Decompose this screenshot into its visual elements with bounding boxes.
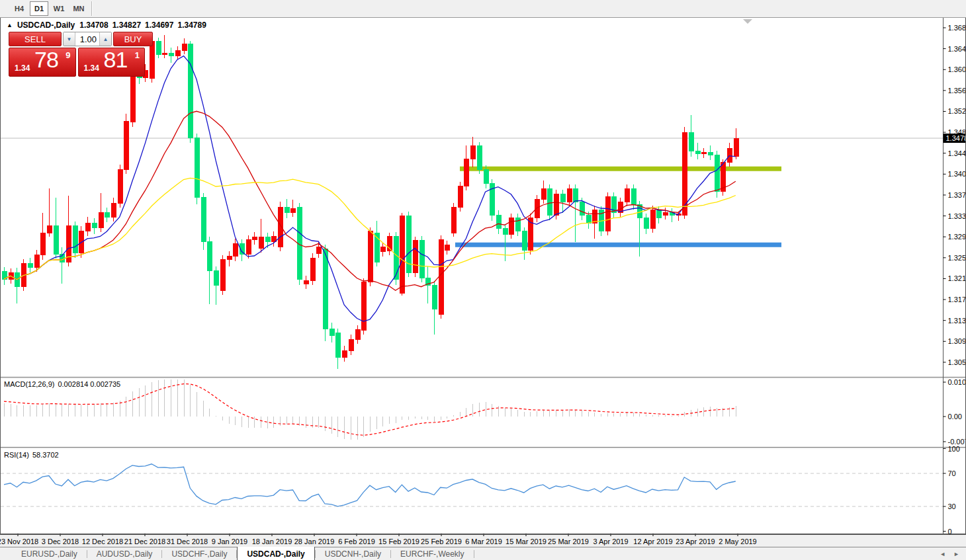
symbol-tab-bar: EURUSD-,DailyAUDUSD-,DailyUSDCHF-,DailyU… bbox=[0, 547, 966, 560]
svg-text:1.35270: 1.35270 bbox=[948, 107, 966, 115]
volume-input[interactable] bbox=[75, 32, 99, 46]
symbol-tab-usdcad-daily[interactable]: USDCAD-,Daily bbox=[237, 547, 314, 560]
svg-text:1.36460: 1.36460 bbox=[948, 45, 966, 53]
buy-price-panel[interactable]: 1.34 81 1 bbox=[78, 48, 146, 77]
svg-text:1.32520: 1.32520 bbox=[948, 254, 966, 262]
svg-text:1.33310: 1.33310 bbox=[948, 212, 966, 220]
svg-text:1.32120: 1.32120 bbox=[948, 274, 966, 282]
sell-price-panel[interactable]: 1.34 78 9 bbox=[9, 48, 76, 77]
svg-text:0.010229: 0.010229 bbox=[948, 378, 966, 386]
svg-text:25 Mar 2019: 25 Mar 2019 bbox=[548, 538, 589, 545]
svg-text:1.36060: 1.36060 bbox=[948, 65, 966, 73]
rsi-panel-label: RSI(14)58.3702 bbox=[4, 451, 59, 459]
ohlc-low: 1.34697 bbox=[145, 20, 173, 30]
svg-text:1.30550: 1.30550 bbox=[948, 358, 966, 366]
svg-text:1.34490: 1.34490 bbox=[948, 149, 966, 157]
svg-text:1.31340: 1.31340 bbox=[948, 317, 966, 325]
tab-scroll-right-icon[interactable]: ► bbox=[953, 551, 959, 557]
svg-text:28 Jan 2019: 28 Jan 2019 bbox=[294, 538, 335, 545]
svg-text:18 Jan 2019: 18 Jan 2019 bbox=[252, 538, 292, 545]
svg-text:6 Feb 2019: 6 Feb 2019 bbox=[338, 538, 375, 545]
sell-price-prefix: 1.34 bbox=[15, 63, 30, 73]
symbol-tab-eurusd-daily[interactable]: EURUSD-,Daily bbox=[12, 547, 87, 560]
timeframe-button-h4[interactable]: H4 bbox=[10, 1, 28, 16]
svg-text:3 Dec 2018: 3 Dec 2018 bbox=[42, 538, 79, 545]
volume-increase-icon[interactable]: ▲ bbox=[99, 32, 111, 46]
sell-price-big: 78 bbox=[34, 47, 58, 73]
time-axis[interactable]: 23 Nov 20183 Dec 201812 Dec 201821 Dec 2… bbox=[0, 534, 757, 545]
timeframe-button-w1[interactable]: W1 bbox=[50, 1, 68, 16]
svg-text:0.00: 0.00 bbox=[948, 413, 962, 420]
tab-scroll-controls: ◄ ► bbox=[940, 547, 966, 560]
svg-text:23 Nov 2018: 23 Nov 2018 bbox=[0, 538, 38, 545]
svg-text:2 May 2019: 2 May 2019 bbox=[719, 538, 756, 545]
svg-text:1.30940: 1.30940 bbox=[948, 337, 966, 345]
buy-price-big: 81 bbox=[104, 47, 128, 73]
svg-text:21 Dec 2018: 21 Dec 2018 bbox=[124, 538, 165, 545]
svg-text:25 Feb 2019: 25 Feb 2019 bbox=[421, 538, 462, 545]
ohlc-close: 1.34789 bbox=[177, 20, 206, 30]
symbol-tab-audusd-daily[interactable]: AUDUSD-,Daily bbox=[87, 547, 162, 560]
collapse-panel-icon[interactable]: ▲ bbox=[7, 22, 13, 28]
one-click-trading-panel: SELL ▼ ▲ BUY 1.34 78 9 1.34 81 1 bbox=[9, 32, 145, 77]
tab-scroll-left-icon[interactable]: ◄ bbox=[940, 551, 945, 557]
timeframe-button-d1[interactable]: D1 bbox=[30, 1, 48, 16]
chart-ohlc-header: ▲ USDCAD-,Daily 1.34708 1.34827 1.34697 … bbox=[7, 20, 206, 30]
symbol-title: USDCAD-,Daily bbox=[17, 20, 75, 30]
svg-text:15 Mar 2019: 15 Mar 2019 bbox=[505, 538, 547, 545]
trading-chart[interactable]: 1.368501.364601.360601.356701.352701.348… bbox=[0, 0, 966, 560]
toolbar-separator bbox=[91, 1, 93, 16]
svg-text:1.36850: 1.36850 bbox=[948, 24, 966, 32]
svg-text:1.34090: 1.34090 bbox=[948, 170, 966, 178]
volume-stepper: ▼ ▲ bbox=[63, 32, 112, 46]
volume-decrease-icon[interactable]: ▼ bbox=[64, 32, 75, 46]
symbol-tab-eurchf-weekly[interactable]: EURCHF-,Weekly bbox=[391, 547, 473, 560]
svg-text:1.32910: 1.32910 bbox=[948, 233, 966, 241]
svg-text:1.35670: 1.35670 bbox=[948, 87, 966, 95]
svg-text:0: 0 bbox=[948, 528, 952, 536]
svg-text:70: 70 bbox=[948, 469, 956, 477]
buy-button[interactable]: BUY bbox=[113, 32, 153, 46]
svg-text:100: 100 bbox=[948, 445, 960, 453]
sell-price-pip: 9 bbox=[66, 50, 70, 60]
svg-text:9 Jan 2019: 9 Jan 2019 bbox=[212, 538, 247, 545]
svg-text:1.31730: 1.31730 bbox=[948, 296, 966, 303]
ohlc-high: 1.34827 bbox=[112, 20, 141, 30]
timeframe-button-mn[interactable]: MN bbox=[69, 1, 88, 16]
svg-text:23 Apr 2019: 23 Apr 2019 bbox=[676, 538, 715, 545]
svg-text:3 Apr 2019: 3 Apr 2019 bbox=[593, 538, 628, 545]
macd-panel-label: MACD(12,26,9)0.002814 0.002735 bbox=[4, 380, 120, 388]
timeframe-toolbar: H4D1W1MN bbox=[0, 0, 966, 18]
svg-text:15 Feb 2019: 15 Feb 2019 bbox=[378, 538, 419, 545]
svg-text:1.33700: 1.33700 bbox=[948, 191, 966, 199]
buy-price-pip: 1 bbox=[135, 50, 140, 60]
ohlc-open: 1.34708 bbox=[79, 20, 108, 30]
sell-button[interactable]: SELL bbox=[9, 32, 62, 46]
chart-background bbox=[1, 18, 965, 534]
svg-text:12 Dec 2018: 12 Dec 2018 bbox=[82, 538, 123, 545]
svg-text:30: 30 bbox=[948, 502, 956, 510]
svg-text:6 Mar 2019: 6 Mar 2019 bbox=[465, 538, 502, 545]
svg-text:31 Dec 2018: 31 Dec 2018 bbox=[167, 538, 208, 545]
tab-divider bbox=[474, 550, 474, 558]
svg-text:1.34789: 1.34789 bbox=[946, 134, 966, 142]
symbol-tab-usdcnh-daily[interactable]: USDCNH-,Daily bbox=[316, 547, 390, 560]
svg-text:12 Apr 2019: 12 Apr 2019 bbox=[633, 538, 672, 545]
symbol-tab-usdchf-daily[interactable]: USDCHF-,Daily bbox=[162, 547, 236, 560]
buy-price-prefix: 1.34 bbox=[84, 63, 99, 73]
